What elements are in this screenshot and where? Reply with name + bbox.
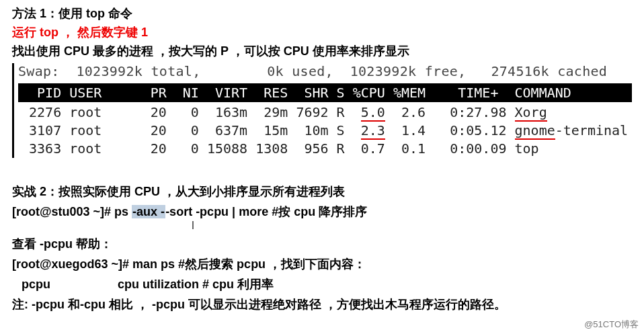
command-line-1: [root@stu003 ~]# ps -aux --sort -pcpu | …	[12, 204, 632, 220]
pcpu-label: pcpu	[22, 278, 50, 291]
top-row-1: 2276 root 20 0 163m 29m 7692 R 5.0 2.6 0…	[18, 103, 632, 122]
method-1-heading: 方法 1：使用 top 命令	[12, 5, 632, 22]
cmd1-comment: #按 cpu 降序排序	[268, 205, 367, 218]
top-header-row: PID USER PR NI VIRT RES SHR S %CPU %MEM …	[18, 83, 632, 102]
run-top-heading: 运行 top ， 然后数字键 1	[12, 24, 632, 40]
row1-pre: 2276 root 20 0 163m 29m 7692 R	[21, 104, 361, 120]
pcpu-comment: # cpu 利用率	[202, 278, 274, 291]
row2-cpu: 2.3	[361, 122, 385, 140]
pcpu-line: pcpu cpu utilization # cpu 利用率	[22, 276, 632, 292]
top-output-block: Swap: 1023992k total, 0k used, 1023992k …	[12, 63, 632, 158]
watermark: @51CTO博客	[584, 319, 639, 331]
top-row-2: 3107 root 20 0 637m 15m 10m S 2.3 1.4 0:…	[18, 122, 632, 140]
row3-mid: 0.1 0:00.09	[385, 140, 515, 157]
row2-pre: 3107 root 20 0 637m 15m 10m S	[21, 122, 361, 138]
cmd2-prompt: [root@xuegod63 ~]#	[12, 257, 132, 271]
row2-mid: 1.4 0:05.12	[385, 122, 515, 138]
swap-line: Swap: 1023992k total, 0k used, 1023992k …	[18, 63, 632, 79]
row2-tail: -terminal	[555, 122, 628, 138]
find-cpu-heading: 找出使用 CPU 最多的进程 ，按大写的 P ，可以按 CPU 使用率来排序显示	[12, 43, 632, 59]
cmd1-cmd: ps	[114, 205, 132, 218]
top-row-3: 3363 root 20 0 15088 1308 956 R 0.7 0.1 …	[18, 140, 632, 158]
cmd2-comment: #然后搜索 pcpu ，找到下面内容：	[175, 257, 366, 271]
text-cursor-icon: I	[188, 220, 198, 232]
command-line-2: [root@xuegod63 ~]# man ps #然后搜索 pcpu ，找到…	[12, 256, 632, 272]
note-line: 注: -pcpu 和-cpu 相比 ， -pcpu 可以显示出进程绝对路径 ，方…	[12, 296, 632, 312]
row3-cpu: 0.7	[361, 140, 385, 157]
cmd2-cmd: man ps	[132, 257, 175, 271]
row3-cmd: top	[515, 140, 539, 157]
cmd1-rest: -sort -pcpu | more	[165, 205, 268, 218]
cmd1-highlight: -aux -	[132, 205, 165, 218]
row1-mid: 2.6 0:27.98	[385, 104, 515, 120]
row1-cmd: Xorg	[515, 104, 547, 122]
cmd1-prompt: [root@stu003 ~]#	[12, 205, 114, 218]
pcpu-desc: cpu utilization	[118, 278, 199, 291]
row3-pre: 3363 root 20 0 15088 1308 956 R	[21, 140, 361, 157]
row1-cpu: 5.0	[361, 104, 385, 122]
row2-cmd: gnome	[515, 122, 555, 140]
practice-2-heading: 实战 2：按照实际使用 CPU ，从大到小排序显示所有进程列表	[12, 183, 632, 200]
help-line: 查看 -pcpu 帮助：	[12, 236, 632, 252]
